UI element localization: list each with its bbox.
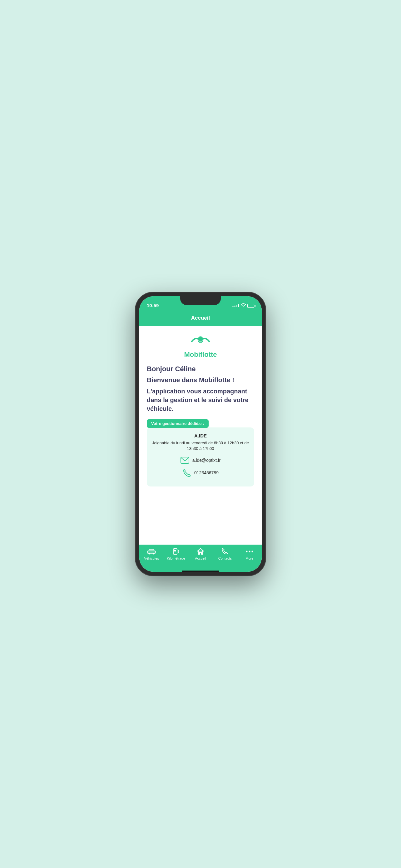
logo-area: Mobiflotte bbox=[147, 334, 254, 359]
home-icon bbox=[196, 548, 205, 555]
manager-card: A.IDE Joignable du lundi au vendredi de … bbox=[147, 428, 254, 487]
greeting-description: L'application vous accompagnant dans la … bbox=[147, 387, 254, 413]
manager-phone: 0123456789 bbox=[194, 470, 219, 475]
phone-frame: 10:59 Accueil bbox=[135, 292, 266, 576]
contacts-phone-icon bbox=[221, 548, 229, 555]
greeting-hello: Bonjour Céline bbox=[147, 365, 254, 373]
tab-accueil-label: Accueil bbox=[195, 556, 206, 560]
manager-email-row[interactable]: a.ide@optixt.fr bbox=[152, 456, 249, 465]
svg-rect-6 bbox=[174, 550, 176, 552]
signal-icon bbox=[232, 304, 239, 307]
fuel-icon bbox=[172, 548, 180, 555]
tab-accueil[interactable]: Accueil bbox=[188, 548, 213, 560]
manager-name: A.IDE bbox=[152, 433, 249, 438]
mobiflotte-logo-icon bbox=[190, 334, 211, 349]
greeting-welcome: Bienvenue dans Mobiflotte ! bbox=[147, 376, 254, 384]
tab-contacts-label: Contacts bbox=[218, 556, 232, 560]
tab-bar: Véhicules Kilométrage bbox=[139, 545, 262, 570]
svg-point-3 bbox=[149, 553, 150, 555]
nav-bar: Accueil bbox=[139, 310, 262, 326]
tab-more-label: More bbox=[245, 556, 253, 560]
svg-point-4 bbox=[153, 553, 155, 555]
email-icon bbox=[180, 456, 189, 465]
home-indicator bbox=[139, 570, 262, 572]
wifi-icon bbox=[241, 303, 246, 308]
status-time: 10:59 bbox=[147, 303, 159, 308]
phone-contact-icon bbox=[182, 468, 191, 477]
svg-point-7 bbox=[246, 551, 247, 552]
tab-more[interactable]: More bbox=[237, 548, 262, 560]
phone-screen: 10:59 Accueil bbox=[139, 296, 262, 572]
svg-rect-2 bbox=[147, 551, 156, 553]
manager-hours: Joignable du lundi au vendredi de 8h30 à… bbox=[152, 440, 249, 452]
tab-kilometrage[interactable]: Kilométrage bbox=[164, 548, 188, 560]
svg-point-9 bbox=[252, 551, 253, 552]
status-icons bbox=[232, 303, 254, 308]
nav-title: Accueil bbox=[191, 315, 210, 321]
greeting-section: Bonjour Céline Bienvenue dans Mobiflotte… bbox=[147, 365, 254, 413]
logo-text: Mobiflotte bbox=[184, 350, 217, 359]
svg-rect-1 bbox=[181, 457, 189, 463]
main-content: Mobiflotte Bonjour Céline Bienvenue dans… bbox=[139, 326, 262, 545]
tab-contacts[interactable]: Contacts bbox=[213, 548, 237, 560]
manager-badge: Votre gestionnaire dédié.e : bbox=[147, 419, 209, 428]
tab-vehicules-label: Véhicules bbox=[144, 556, 159, 560]
tab-kilometrage-label: Kilométrage bbox=[167, 556, 185, 560]
notch bbox=[180, 296, 221, 305]
manager-phone-row[interactable]: 0123456789 bbox=[152, 468, 249, 477]
manager-section: Votre gestionnaire dédié.e : A.IDE Joign… bbox=[147, 419, 254, 487]
more-dots-icon bbox=[245, 548, 254, 555]
car-icon bbox=[147, 548, 156, 555]
battery-icon bbox=[247, 304, 254, 308]
manager-email: a.ide@optixt.fr bbox=[192, 458, 221, 463]
svg-point-8 bbox=[248, 551, 250, 552]
tab-vehicules[interactable]: Véhicules bbox=[139, 548, 164, 560]
